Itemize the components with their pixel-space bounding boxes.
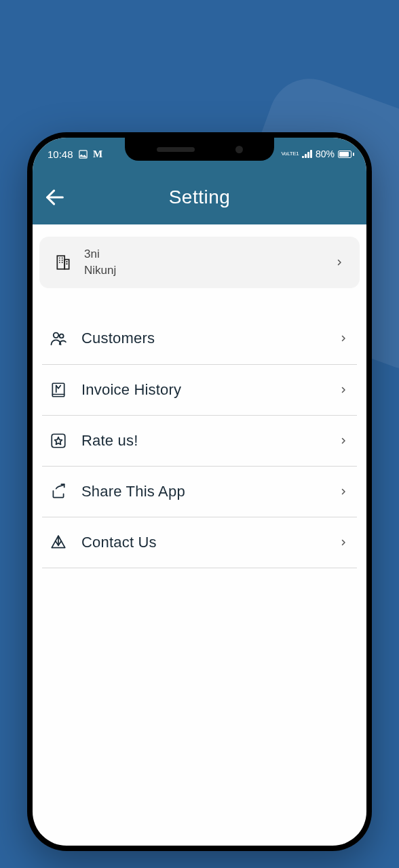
page-title: Setting [169, 186, 231, 208]
menu-item-invoice-history[interactable]: Invoice History [42, 365, 357, 416]
phone-screen: 10:48 M VoLTE1 80% Setting [33, 138, 366, 846]
gmail-icon: M [93, 149, 103, 159]
chevron-right-icon [331, 258, 347, 267]
share-icon [48, 483, 69, 500]
app-bar: Setting [33, 170, 366, 224]
chevron-right-icon [335, 386, 352, 394]
menu-label: Contact Us [81, 534, 335, 551]
chevron-right-icon [335, 538, 352, 547]
chevron-right-icon [335, 488, 352, 496]
arrow-left-icon [43, 186, 66, 209]
company-name: 3ni [84, 246, 331, 262]
phone-notch [125, 138, 274, 161]
menu-item-share-app[interactable]: Share This App [42, 467, 357, 517]
menu-label: Invoice History [81, 381, 335, 399]
menu-item-customers[interactable]: Customers [42, 313, 357, 365]
status-time: 10:48 [48, 149, 73, 160]
menu-item-rate-us[interactable]: Rate us! [42, 416, 357, 467]
chevron-right-icon [335, 334, 352, 342]
menu-label: Customers [81, 330, 335, 347]
svg-rect-15 [52, 434, 65, 448]
menu-label: Rate us! [81, 432, 335, 450]
svg-point-12 [54, 332, 58, 337]
building-icon [52, 254, 75, 271]
svg-marker-16 [55, 437, 62, 444]
star-icon [48, 432, 69, 450]
phone-frame: 10:48 M VoLTE1 80% Setting [27, 132, 372, 851]
svg-rect-2 [57, 256, 64, 269]
customers-icon [48, 329, 69, 348]
contact-icon [48, 534, 69, 551]
battery-pct: 80% [316, 149, 335, 159]
signal-icon [302, 150, 312, 158]
chevron-right-icon [335, 437, 352, 445]
company-card[interactable]: 3ni Nikunj [39, 237, 360, 288]
battery-icon [338, 151, 354, 158]
invoice-icon [48, 381, 69, 399]
back-button[interactable] [38, 180, 72, 214]
settings-menu: Customers Invoice History Rate us! [39, 313, 360, 568]
svg-point-13 [60, 334, 64, 338]
menu-label: Share This App [81, 483, 335, 500]
menu-item-contact-us[interactable]: Contact Us [42, 517, 357, 568]
lte-indicator: VoLTE1 [281, 151, 299, 157]
company-owner: Nikunj [84, 262, 331, 279]
picture-icon [78, 149, 88, 159]
